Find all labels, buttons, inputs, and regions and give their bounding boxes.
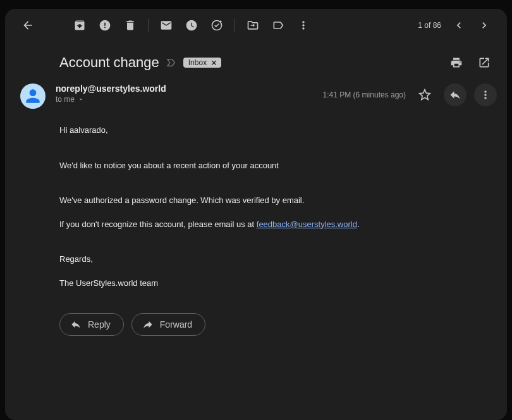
actions-row: Reply Forward <box>5 300 507 336</box>
feedback-link[interactable]: feedback@userstyles.world <box>257 219 357 229</box>
separator <box>235 19 235 32</box>
forward-button[interactable]: Forward <box>131 313 205 336</box>
reply-button[interactable]: Reply <box>59 313 124 336</box>
timestamp: 1:41 PM (6 minutes ago) <box>323 90 406 99</box>
move-to-icon[interactable] <box>240 13 265 38</box>
email-view: 1 of 86 Account change Inbox ✕ <box>5 9 507 420</box>
body-greeting: Hi aalvarado, <box>59 124 469 137</box>
more-icon[interactable] <box>291 13 316 38</box>
delete-icon[interactable] <box>118 13 143 38</box>
meta: 1:41 PM (6 minutes ago) <box>323 83 497 106</box>
forward-icon <box>142 319 154 330</box>
mark-unread-icon[interactable] <box>154 13 179 38</box>
to-line[interactable]: to me <box>56 95 313 104</box>
body-line1: We'd like to notice you about a recent a… <box>59 159 469 172</box>
separator <box>148 19 149 32</box>
star-icon[interactable] <box>413 83 436 106</box>
message-counter: 1 of 86 <box>418 21 441 30</box>
subject-row: Account change Inbox ✕ <box>5 42 507 76</box>
snooze-icon[interactable] <box>179 13 204 38</box>
message-more-icon[interactable] <box>474 83 497 106</box>
header-row: noreply@userstyles.world to me 1:41 PM (… <box>5 76 507 109</box>
print-icon[interactable] <box>444 50 469 75</box>
reply-icon[interactable] <box>444 83 466 106</box>
spam-icon[interactable] <box>92 13 118 38</box>
add-task-icon[interactable] <box>204 13 229 38</box>
sender-block: noreply@userstyles.world to me <box>56 83 313 104</box>
avatar[interactable] <box>20 83 46 109</box>
subject-title: Account change <box>59 54 159 71</box>
remove-label-icon[interactable]: ✕ <box>209 59 219 67</box>
important-icon[interactable] <box>166 57 177 68</box>
body-team: The UserStyles.world team <box>59 277 469 290</box>
body-line3: If you don't recognize this account, ple… <box>59 218 469 231</box>
body-regards: Regards, <box>59 253 469 266</box>
label-text: Inbox <box>188 58 207 67</box>
label-chip[interactable]: Inbox ✕ <box>183 58 221 68</box>
email-body: Hi aalvarado, We'd like to notice you ab… <box>5 109 507 289</box>
next-icon[interactable] <box>472 13 497 38</box>
body-line2: We've authorized a password change. Whic… <box>59 194 469 207</box>
open-new-window-icon[interactable] <box>472 50 497 75</box>
chevron-down-icon <box>77 96 85 103</box>
prev-icon[interactable] <box>446 13 472 38</box>
back-icon[interactable] <box>15 13 40 38</box>
toolbar: 1 of 86 <box>5 9 507 42</box>
archive-icon[interactable] <box>67 13 92 38</box>
labels-icon[interactable] <box>265 13 291 38</box>
sender-name: noreply@userstyles.world <box>56 83 313 94</box>
reply-icon <box>70 319 82 330</box>
